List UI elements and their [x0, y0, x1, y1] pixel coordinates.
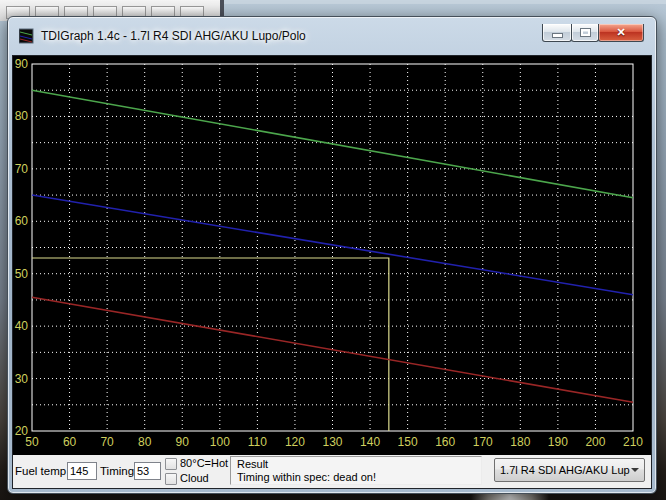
x-tick-label: 140: [360, 435, 380, 449]
fuel-temp-label: Fuel temp: [15, 465, 66, 477]
cloud-checkbox-label: Cloud: [180, 472, 209, 484]
x-tick-label: 170: [473, 435, 493, 449]
minimize-button[interactable]: [542, 24, 572, 42]
x-tick-label: 100: [210, 435, 230, 449]
app-icon: [19, 28, 35, 44]
chart-canvas: 2030405060708090506070809010011012013014…: [13, 56, 651, 457]
control-bar: Fuel temp Timing 80°C=Hot Cloud Result T…: [13, 455, 651, 488]
y-tick-label: 50: [15, 267, 29, 281]
x-tick-label: 70: [100, 435, 114, 449]
client-area: 2030405060708090506070809010011012013014…: [12, 55, 652, 489]
timing-input[interactable]: [134, 462, 161, 480]
window-title: TDIGraph 1.4c - 1.7l R4 SDI AHG/AKU Lupo…: [41, 29, 306, 43]
x-tick-label: 110: [248, 435, 267, 449]
timing-label: Timing: [100, 465, 134, 477]
y-tick-label: 40: [15, 319, 29, 333]
x-tick-label: 200: [585, 435, 605, 449]
y-tick-label: 70: [15, 162, 29, 176]
y-tick-label: 80: [15, 109, 29, 123]
y-tick-label: 30: [15, 372, 29, 386]
x-tick-label: 190: [548, 435, 568, 449]
maximize-button[interactable]: [571, 24, 599, 42]
minimize-icon: [552, 33, 563, 38]
cloud-checkbox[interactable]: [165, 473, 177, 485]
maximize-icon: [581, 29, 590, 36]
fuel-temp-input[interactable]: [67, 462, 97, 480]
x-tick-label: 60: [63, 435, 77, 449]
x-tick-label: 90: [176, 435, 190, 449]
tdigraph-window: TDIGraph 1.4c - 1.7l R4 SDI AHG/AKU Lupo…: [7, 16, 657, 494]
timing-chart: 2030405060708090506070809010011012013014…: [13, 56, 651, 455]
x-tick-label: 50: [25, 435, 39, 449]
hot-checkbox[interactable]: [165, 458, 177, 470]
profile-dropdown[interactable]: 1.7l R4 SDI AHG/AKU Lup: [494, 458, 645, 482]
x-tick-label: 180: [510, 435, 530, 449]
x-tick-label: 80: [138, 435, 152, 449]
caption-buttons: ✕: [543, 24, 644, 42]
close-button[interactable]: ✕: [598, 24, 644, 42]
profile-dropdown-value: 1.7l R4 SDI AHG/AKU Lup: [500, 464, 630, 476]
x-tick-label: 210: [623, 435, 643, 449]
x-tick-label: 130: [322, 435, 342, 449]
result-panel: Result Timing within spec: dead on!: [230, 456, 482, 485]
x-tick-label: 120: [285, 435, 305, 449]
x-tick-label: 160: [435, 435, 455, 449]
hot-checkbox-label: 80°C=Hot: [180, 457, 228, 469]
result-title: Result: [237, 458, 481, 471]
y-tick-label: 60: [15, 214, 29, 228]
x-tick-label: 150: [398, 435, 418, 449]
close-icon: ✕: [616, 27, 625, 38]
desktop-sky-strip: [224, 0, 666, 4]
result-text: Timing within spec: dead on!: [237, 471, 481, 484]
y-tick-label: 90: [15, 57, 29, 71]
dropdown-arrow-icon: [631, 468, 639, 472]
